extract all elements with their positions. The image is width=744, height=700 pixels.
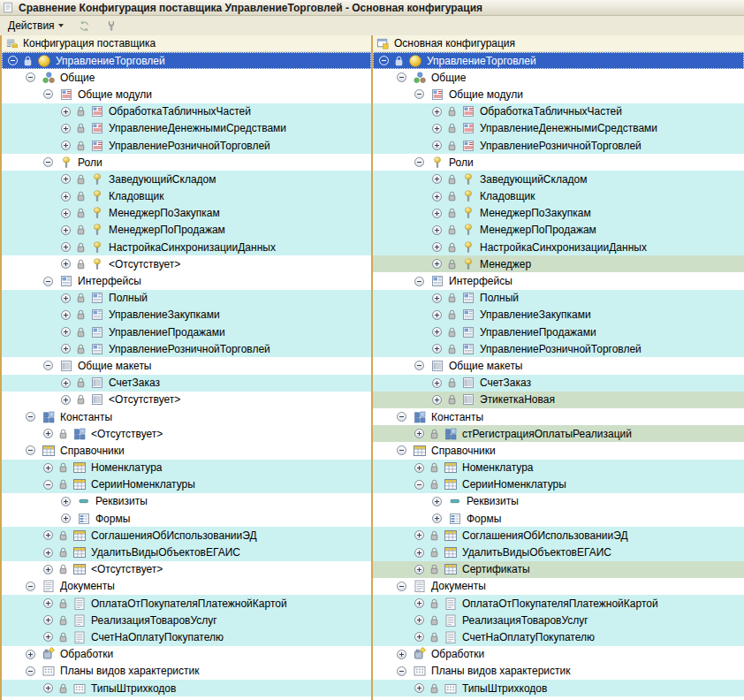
tree-row[interactable]: ЭтикеткаНовая: [373, 392, 744, 408]
expand-icon[interactable]: [432, 124, 442, 133]
tree-row[interactable]: УдалитьВидыОбъектовЕГАИС: [373, 544, 744, 560]
expand-icon[interactable]: [432, 259, 442, 269]
tree-row[interactable]: УправлениеЗакупками: [373, 307, 744, 323]
tree-row[interactable]: Справочники: [373, 442, 744, 459]
tree-row[interactable]: <Отсутствует>: [2, 425, 371, 442]
tree-row[interactable]: Реквизиты: [2, 493, 371, 510]
tree-row[interactable]: Кладовщик: [2, 188, 371, 205]
collapse-icon[interactable]: [397, 666, 406, 676]
tree-row[interactable]: Общие модули: [373, 86, 744, 103]
collapse-icon[interactable]: [414, 277, 424, 286]
expand-icon[interactable]: [61, 497, 71, 506]
expand-icon[interactable]: [43, 615, 53, 625]
tree-row[interactable]: РеализацияТоваровУслуг: [373, 612, 744, 628]
tree-row[interactable]: СчетЗаказ: [2, 375, 371, 392]
expand-icon[interactable]: [414, 548, 424, 558]
collapse-icon[interactable]: [26, 445, 35, 455]
tree-row[interactable]: УправлениеДенежнымиСредствами: [373, 120, 744, 137]
collapse-icon[interactable]: [8, 56, 18, 65]
tree-row[interactable]: МенеджерПоПродажам: [2, 222, 371, 239]
collapse-icon[interactable]: [26, 72, 35, 82]
collapse-icon[interactable]: [26, 582, 35, 591]
tree-row[interactable]: Реквизиты: [373, 493, 744, 510]
tree-row[interactable]: РеализацияТоваровУслуг: [2, 612, 371, 628]
tree-row[interactable]: СчетНаОплатуПокупателю: [373, 628, 744, 645]
expand-icon[interactable]: [61, 310, 71, 320]
expand-icon[interactable]: [432, 192, 442, 202]
tree-row[interactable]: Общие макеты: [2, 357, 371, 374]
expand-icon[interactable]: [61, 259, 71, 269]
tree-row[interactable]: СчетЗаказ: [373, 375, 744, 392]
expand-icon[interactable]: [432, 310, 442, 320]
tree-row[interactable]: Общие: [2, 69, 371, 86]
expand-icon[interactable]: [414, 429, 424, 438]
collapse-icon[interactable]: [414, 89, 424, 99]
expand-icon[interactable]: [43, 463, 53, 473]
tree-row[interactable]: ОплатаОтПокупателяПлатежнойКартой: [2, 595, 371, 612]
expand-icon[interactable]: [432, 225, 442, 235]
tree-row[interactable]: ЗаведующийСкладом: [2, 171, 371, 187]
expand-icon[interactable]: [43, 683, 53, 693]
tree-row[interactable]: Обработки: [373, 646, 744, 663]
tree-row[interactable]: Общие: [373, 69, 744, 86]
expand-icon[interactable]: [43, 530, 53, 540]
tree-row[interactable]: Общие модули: [2, 86, 371, 103]
tree-row[interactable]: Константы: [373, 408, 744, 425]
tree-row[interactable]: СерииНоменклатуры: [373, 476, 744, 493]
expand-icon[interactable]: [432, 497, 442, 506]
tree-row[interactable]: Константы: [2, 408, 371, 425]
tree-row[interactable]: УправлениеЗакупками: [2, 307, 371, 323]
expand-icon[interactable]: [432, 107, 442, 117]
tree-row[interactable]: УправлениеРозничнойТорговлей: [373, 340, 744, 357]
tree-row[interactable]: УправлениеТорговлей: [373, 52, 744, 69]
expand-icon[interactable]: [432, 514, 442, 523]
tree-row[interactable]: УправлениеДенежнымиСредствами: [2, 120, 371, 137]
tree-row[interactable]: Планы видов характеристик: [2, 663, 371, 680]
tree-row[interactable]: Документы: [373, 578, 744, 595]
expand-icon[interactable]: [414, 598, 424, 608]
expand-icon[interactable]: [397, 650, 406, 659]
refresh-button[interactable]: [74, 18, 95, 34]
expand-icon[interactable]: [61, 174, 71, 184]
expand-icon[interactable]: [61, 192, 71, 202]
collapse-icon[interactable]: [26, 666, 35, 676]
tree-row[interactable]: МенеджерПоЗакупкам: [2, 205, 371, 222]
collapse-icon[interactable]: [43, 157, 53, 167]
tree-row[interactable]: Роли: [373, 154, 744, 171]
expand-icon[interactable]: [414, 615, 424, 625]
expand-icon[interactable]: [61, 344, 71, 354]
expand-icon[interactable]: [61, 141, 71, 150]
tree-row[interactable]: Роли: [2, 154, 371, 171]
tree-row[interactable]: УправлениеПродажами: [2, 323, 371, 340]
tree-row[interactable]: МенеджерПоЗакупкам: [373, 205, 744, 222]
expand-icon[interactable]: [43, 565, 53, 574]
expand-icon[interactable]: [414, 463, 424, 473]
expand-icon[interactable]: [61, 209, 71, 218]
expand-icon[interactable]: [432, 327, 442, 337]
expand-icon[interactable]: [61, 514, 71, 523]
tree-row[interactable]: УправлениеПродажами: [373, 323, 744, 340]
expand-icon[interactable]: [61, 124, 71, 133]
tree-row[interactable]: Интерфейсы: [2, 272, 371, 289]
tree-row[interactable]: Формы: [373, 510, 744, 527]
tree-row[interactable]: УправлениеРозничнойТорговлей: [2, 137, 371, 154]
tree-row[interactable]: Общие макеты: [373, 357, 744, 374]
expand-icon[interactable]: [61, 293, 71, 303]
collapse-icon[interactable]: [43, 277, 53, 286]
expand-icon[interactable]: [43, 632, 53, 642]
tree-row[interactable]: стРегистрацияОплатыРеализаций: [373, 425, 744, 442]
expand-icon[interactable]: [414, 530, 424, 540]
tree-row[interactable]: <Отсутствует>: [2, 255, 371, 272]
tree-row[interactable]: Документы: [2, 578, 371, 595]
expand-icon[interactable]: [432, 141, 442, 150]
tree-row[interactable]: СерииНоменклатуры: [2, 476, 371, 493]
tree-row[interactable]: Интерфейсы: [373, 272, 744, 289]
expand-icon[interactable]: [432, 209, 442, 218]
tree-row[interactable]: ОбработкаТабличныхЧастей: [373, 103, 744, 120]
tree-row[interactable]: УправлениеТорговлей: [2, 52, 371, 69]
collapse-icon[interactable]: [414, 157, 424, 167]
expand-icon[interactable]: [432, 174, 442, 184]
tree-row[interactable]: СчетНаОплатуПокупателю: [2, 628, 371, 645]
collapse-icon[interactable]: [397, 582, 406, 591]
expand-icon[interactable]: [432, 344, 442, 354]
